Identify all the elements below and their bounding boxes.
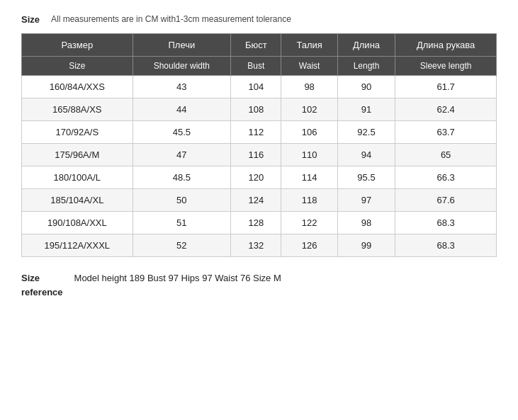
table-cell-1-3: 102	[281, 98, 337, 121]
table-cell-2-2: 112	[231, 121, 281, 144]
table-cell-6-4: 98	[337, 212, 395, 234]
table-row: 165/88A/XS441081029162.4	[22, 98, 497, 121]
table-cell-5-4: 97	[337, 189, 395, 212]
table-cell-1-5: 62.4	[395, 98, 497, 121]
col-header-russian-4: Длина	[337, 34, 395, 57]
col-header-english-1: Shoulder width	[133, 57, 230, 76]
table-cell-4-1: 48.5	[133, 166, 230, 189]
measurement-note: All measurements are in CM with1-3cm mea…	[51, 14, 291, 24]
table-cell-5-3: 118	[281, 189, 337, 212]
table-cell-5-2: 124	[231, 189, 281, 212]
table-cell-0-0: 160/84A/XXS	[22, 76, 133, 98]
table-cell-1-0: 165/88A/XS	[22, 98, 133, 121]
table-cell-3-1: 47	[133, 144, 230, 166]
table-cell-1-2: 108	[231, 98, 281, 121]
header-row: Size All measurements are in CM with1-3c…	[21, 14, 497, 25]
col-header-english-2: Bust	[231, 57, 281, 76]
table-row: 170/92A/S45.511210692.563.7	[22, 121, 497, 144]
col-header-russian-0: Размер	[22, 34, 133, 57]
table-cell-2-5: 63.7	[395, 121, 497, 144]
table-cell-0-4: 90	[337, 76, 395, 98]
table-cell-7-2: 132	[231, 234, 281, 257]
col-header-russian-1: Плечи	[133, 34, 230, 57]
col-header-english-0: Size	[22, 57, 133, 76]
table-row: 180/100A/L48.512011495.566.3	[22, 166, 497, 189]
table-cell-6-3: 122	[281, 212, 337, 234]
table-cell-5-0: 185/104A/XL	[22, 189, 133, 212]
table-header-russian: РазмерПлечиБюстТалияДлинаДлина рукава	[22, 34, 497, 57]
table-cell-2-4: 92.5	[337, 121, 395, 144]
table-body: 160/84A/XXS43104989061.7165/88A/XS441081…	[22, 76, 497, 257]
table-row: 160/84A/XXS43104989061.7	[22, 76, 497, 98]
table-cell-4-4: 95.5	[337, 166, 395, 189]
table-cell-4-0: 180/100A/L	[22, 166, 133, 189]
table-cell-0-1: 43	[133, 76, 230, 98]
table-row: 190/108A/XXL511281229868.3	[22, 212, 497, 234]
table-cell-3-4: 94	[337, 144, 395, 166]
table-cell-0-2: 104	[231, 76, 281, 98]
table-header-english: SizeShoulder widthBustWaistLengthSleeve …	[22, 57, 497, 76]
table-row: 185/104A/XL501241189767.6	[22, 189, 497, 212]
col-header-english-4: Length	[337, 57, 395, 76]
size-table: РазмерПлечиБюстТалияДлинаДлина рукава Si…	[21, 33, 497, 257]
table-cell-3-3: 110	[281, 144, 337, 166]
table-cell-5-5: 67.6	[395, 189, 497, 212]
table-cell-7-1: 52	[133, 234, 230, 257]
table-cell-0-5: 61.7	[395, 76, 497, 98]
col-header-english-5: Sleeve length	[395, 57, 497, 76]
table-cell-1-4: 91	[337, 98, 395, 121]
table-cell-3-2: 116	[231, 144, 281, 166]
col-header-russian-2: Бюст	[231, 34, 281, 57]
table-cell-4-2: 120	[231, 166, 281, 189]
reference-values: Model height 189 Bust 97 Hips 97 Waist 7…	[74, 271, 281, 285]
table-cell-7-4: 99	[337, 234, 395, 257]
table-cell-2-1: 45.5	[133, 121, 230, 144]
table-cell-1-1: 44	[133, 98, 230, 121]
table-cell-2-3: 106	[281, 121, 337, 144]
table-row: 195/112A/XXXL521321269968.3	[22, 234, 497, 257]
table-cell-7-3: 126	[281, 234, 337, 257]
col-header-english-3: Waist	[281, 57, 337, 76]
table-cell-7-0: 195/112A/XXXL	[22, 234, 133, 257]
table-cell-7-5: 68.3	[395, 234, 497, 257]
table-cell-3-0: 175/96A/M	[22, 144, 133, 166]
table-cell-4-5: 66.3	[395, 166, 497, 189]
table-cell-6-1: 51	[133, 212, 230, 234]
col-header-russian-3: Талия	[281, 34, 337, 57]
table-cell-3-5: 65	[395, 144, 497, 166]
table-cell-0-3: 98	[281, 76, 337, 98]
table-cell-2-0: 170/92A/S	[22, 121, 133, 144]
table-row: 175/96A/M471161109465	[22, 144, 497, 166]
table-cell-5-1: 50	[133, 189, 230, 212]
reference-label: Sizereference	[21, 271, 63, 299]
table-cell-6-2: 128	[231, 212, 281, 234]
table-cell-4-3: 114	[281, 166, 337, 189]
table-cell-6-0: 190/108A/XXL	[22, 212, 133, 234]
size-label: Size	[21, 14, 40, 25]
table-cell-6-5: 68.3	[395, 212, 497, 234]
reference-row: Sizereference Model height 189 Bust 97 H…	[21, 271, 497, 299]
col-header-russian-5: Длина рукава	[395, 34, 497, 57]
